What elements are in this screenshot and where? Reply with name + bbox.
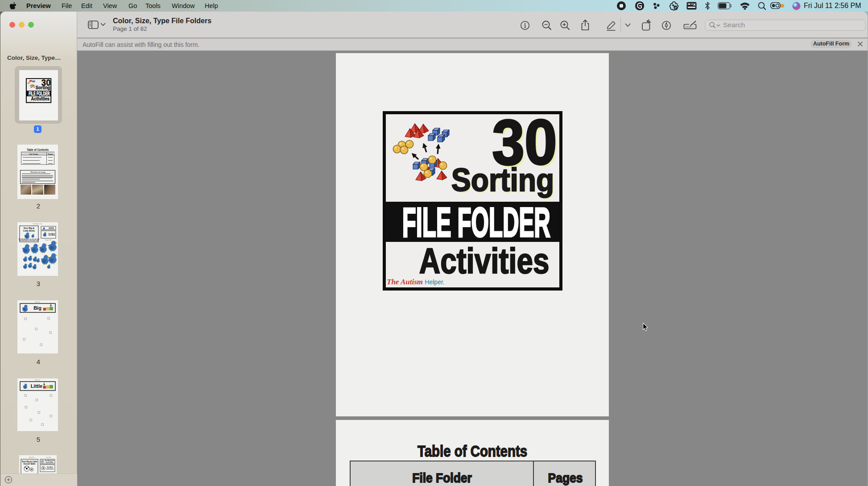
svg-text:Mat Title: Mat Title	[35, 379, 40, 381]
svg-text:File Folder Title: File Folder Title	[33, 223, 42, 225]
svg-text:Soccer Balls: Soccer Balls	[46, 461, 54, 463]
svg-text:Big: Big	[33, 305, 41, 311]
svg-text:Cut Title: Cut Title	[46, 457, 51, 458]
svg-text:Little Birds: Little Birds	[23, 229, 35, 232]
svg-text:Mat Title: Mat Title	[35, 301, 40, 303]
svg-text:Soccer Balls: Soccer Balls	[23, 463, 36, 465]
svg-text:Mat Title: Mat Title	[29, 457, 34, 458]
svg-text:Target Title: Target Title	[45, 239, 52, 241]
svg-text:Little Birds: Little Birds	[48, 234, 55, 236]
svg-text:Little Soccer: Little Soccer	[46, 468, 54, 470]
svg-text:the little birds on the other: the little birds on the other side.	[19, 240, 39, 241]
svg-text:Little: Little	[31, 383, 42, 389]
